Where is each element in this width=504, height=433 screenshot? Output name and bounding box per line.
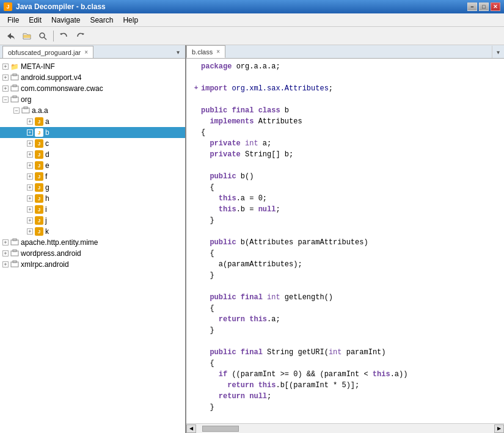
code-line-implements: implements Attributes <box>191 116 499 127</box>
package-icon-cwac <box>10 84 20 93</box>
tree-node-apache[interactable]: + apache.http.entity.mime <box>0 237 185 248</box>
code-line-return-b: return this.b[(paramInt * 5)]; <box>191 380 499 391</box>
jar-tab-close[interactable]: × <box>84 49 88 56</box>
tree-label-wordpress: wordpress.android <box>21 249 81 258</box>
maximize-button[interactable]: □ <box>479 2 489 11</box>
tree-node-e[interactable]: + J e <box>0 160 185 171</box>
tree-node-b[interactable]: + J b <box>0 127 185 138</box>
tree-node-a[interactable]: + J a <box>0 116 185 127</box>
code-editor[interactable]: package org.a.a.a; + import org.xml.sax.… <box>186 59 504 423</box>
jar-tab[interactable]: obfuscated_proguard.jar × <box>2 46 93 58</box>
expand-e[interactable]: + <box>27 162 33 169</box>
expand-g[interactable]: + <box>27 184 33 191</box>
tree-label-j: j <box>45 216 47 225</box>
code-line-field-a: private int a; <box>191 138 499 149</box>
code-line-blank2 <box>191 94 499 105</box>
expand-apache[interactable]: + <box>2 239 9 246</box>
main-layout: obfuscated_proguard.jar × ▾ + 📁 META-INF… <box>0 45 504 433</box>
tree-node-d[interactable]: + J d <box>0 149 185 160</box>
svg-line-1 <box>44 37 46 40</box>
code-tab-label: b.class <box>192 48 213 56</box>
tree-node-i[interactable]: + J i <box>0 204 185 215</box>
menu-navigate[interactable]: Navigate <box>46 15 85 26</box>
expand-xmlrpc[interactable]: + <box>2 261 9 267</box>
app-icon: J <box>4 2 12 11</box>
expand-i[interactable]: + <box>27 206 33 213</box>
expand-aaa[interactable]: − <box>13 107 20 114</box>
close-button[interactable]: ✕ <box>491 2 500 11</box>
tree-label-e: e <box>45 161 49 170</box>
code-line-geturi-close: } <box>191 402 499 413</box>
tree-label-meta-inf: META-INF <box>21 62 55 71</box>
right-panel: b.class × ▾ package org.a.a.a; + import … <box>186 45 504 433</box>
tree-node-aaa[interactable]: − a.a.a <box>0 105 185 116</box>
package-icon-wordpress <box>10 249 20 258</box>
tree-node-android-support[interactable]: + android.support.v4 <box>0 72 185 83</box>
package-icon-aaa <box>21 106 31 115</box>
scroll-right-btn[interactable]: ▶ <box>494 424 504 433</box>
java-icon-c: J <box>34 139 44 148</box>
menu-search[interactable]: Search <box>85 15 118 26</box>
toolbar-undo[interactable] <box>57 29 71 43</box>
tree-node-wordpress[interactable]: + wordpress.android <box>0 248 185 259</box>
code-line-ctor1-close: } <box>191 215 499 226</box>
tree-node-xmlrpc[interactable]: + xmlrpc.android <box>0 259 185 270</box>
code-tab-close[interactable]: × <box>216 48 220 55</box>
expand-a[interactable]: + <box>27 118 33 125</box>
menu-edit[interactable]: Edit <box>24 15 46 26</box>
code-line-ctor2-body: a(paramAttributes); <box>191 259 499 270</box>
code-line-ctor1: public b() <box>191 171 499 182</box>
expand-org[interactable]: − <box>2 96 9 103</box>
left-panel: obfuscated_proguard.jar × ▾ + 📁 META-INF… <box>0 45 186 433</box>
h-scrollbar-thumb[interactable] <box>202 426 239 432</box>
left-tab-dropdown[interactable]: ▾ <box>173 46 183 58</box>
expand-wordpress[interactable]: + <box>2 250 9 257</box>
expand-android-support[interactable]: + <box>2 75 9 81</box>
tree-node-org[interactable]: − org <box>0 94 185 105</box>
expand-b[interactable]: + <box>27 129 33 136</box>
tree-node-g[interactable]: + J g <box>0 182 185 193</box>
code-line-brace1: { <box>191 127 499 138</box>
tree-label-c: c <box>45 139 49 148</box>
menu-help[interactable]: Help <box>118 15 143 26</box>
expand-h[interactable]: + <box>27 195 33 202</box>
expand-d[interactable]: + <box>27 151 33 158</box>
h-scrollbar-track[interactable] <box>196 424 494 433</box>
tree-node-com-cwac[interactable]: + com.commonsware.cwac <box>0 83 185 94</box>
expand-meta-inf[interactable]: + <box>2 64 9 70</box>
toolbar-open[interactable] <box>20 29 34 43</box>
title-text: Java Decompiler - b.class <box>16 2 106 11</box>
expand-k[interactable]: + <box>27 228 33 235</box>
java-icon-j: J <box>34 216 44 225</box>
tree-label-g: g <box>45 183 49 192</box>
scroll-left-btn[interactable]: ◀ <box>186 424 196 433</box>
toolbar-redo[interactable] <box>73 29 87 43</box>
tree-node-k[interactable]: + J k <box>0 226 185 237</box>
line-marker-import[interactable]: + <box>191 83 201 93</box>
tree-node-c[interactable]: + J c <box>0 138 185 149</box>
toolbar-back[interactable] <box>4 29 18 43</box>
menu-file[interactable]: File <box>2 15 24 26</box>
expand-f[interactable]: + <box>27 173 33 180</box>
tree-node-f[interactable]: + J f <box>0 171 185 182</box>
tree-node-j[interactable]: + J j <box>0 215 185 226</box>
svg-point-0 <box>40 33 45 38</box>
tree-node-meta-inf[interactable]: + 📁 META-INF <box>0 61 185 72</box>
code-line-class: public final class b <box>191 105 499 116</box>
minimize-button[interactable]: − <box>467 2 477 11</box>
tree-label-b: b <box>45 128 49 137</box>
expand-c[interactable]: + <box>27 140 33 147</box>
file-tree: + 📁 META-INF + android.support.v4 + com.… <box>0 59 185 433</box>
expand-cwac[interactable]: + <box>2 86 9 92</box>
code-line-getlength-close: } <box>191 325 499 336</box>
code-tab-dropdown[interactable]: ▾ <box>492 46 504 58</box>
code-line-ctor2-close: } <box>191 270 499 281</box>
toolbar-search[interactable] <box>35 29 50 43</box>
code-line-getlength: public final int getLength() <box>191 292 499 303</box>
code-scrollbar-bottom: ◀ ▶ <box>186 423 504 433</box>
tree-node-h[interactable]: + J h <box>0 193 185 204</box>
expand-j[interactable]: + <box>27 217 33 224</box>
left-tab-bar: obfuscated_proguard.jar × ▾ <box>0 45 185 59</box>
java-icon-a: J <box>34 117 44 126</box>
code-tab-b[interactable]: b.class × <box>186 45 225 58</box>
